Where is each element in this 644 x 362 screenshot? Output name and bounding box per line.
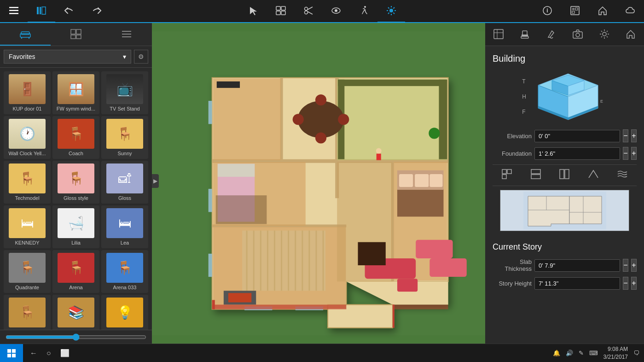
view-icon-3[interactable] (559, 169, 570, 182)
slab-label: Slab Thickness (493, 258, 532, 272)
svg-rect-69 (429, 258, 466, 277)
item-kup-door[interactable]: 🚪KUP door 01 (4, 71, 51, 114)
svg-point-64 (315, 94, 326, 105)
undo-button[interactable] (55, 0, 83, 23)
item-thumb-gloss: 🛋 (106, 163, 143, 193)
menu-button[interactable] (0, 0, 28, 23)
slab-decrease-button[interactable]: − (623, 259, 628, 272)
item-tv-stand[interactable]: 📺TV Set Stand (101, 71, 148, 114)
item-lamp[interactable]: 💡 (101, 295, 148, 330)
svg-text:i: i (546, 7, 548, 14)
back-button[interactable]: ← (30, 349, 37, 357)
story-increase-button[interactable]: + (631, 277, 637, 290)
item-coach[interactable]: 🪑Coach (52, 116, 99, 159)
svg-line-13 (307, 12, 313, 14)
view-icon-4[interactable] (588, 169, 599, 182)
svg-rect-71 (397, 279, 418, 292)
tab-list[interactable] (101, 23, 152, 46)
item-sunny[interactable]: 🪑Sunny (101, 116, 148, 159)
item-gloss-style[interactable]: 🪑Gloss style (52, 161, 99, 204)
group-button[interactable] (267, 0, 295, 23)
item-lea[interactable]: 🛏Lea (101, 205, 148, 248)
paint-tool-button[interactable] (538, 23, 565, 46)
info-button[interactable]: i (534, 0, 561, 23)
item-kennedy[interactable]: 🛏KENNEDY (4, 205, 51, 248)
home-top-button[interactable] (589, 0, 616, 23)
item-wall-clock[interactable]: 🕐Wall Clock Yell... (4, 116, 51, 159)
favorites-settings-button[interactable]: ⚙ (134, 50, 148, 64)
select-button[interactable] (239, 0, 267, 23)
item-chair2[interactable]: 🪑 (4, 295, 51, 330)
svg-point-86 (429, 128, 440, 139)
cloud-button[interactable] (616, 0, 644, 23)
foundation-decrease-button[interactable]: − (623, 147, 628, 160)
item-arena[interactable]: 🪑Arena (52, 250, 99, 293)
taskbar-action-center[interactable]: 🗨 (633, 350, 639, 356)
item-thumb-arena033: 🪑 (106, 253, 143, 283)
item-label-fw-wind: FW symm wind... (57, 106, 95, 111)
svg-rect-9 (281, 11, 285, 15)
taskbar-volume-icon[interactable]: 🔊 (566, 350, 573, 356)
item-lilia[interactable]: 🛁Lilia (52, 205, 99, 248)
item-fw-wind[interactable]: 🪟FW symm wind... (52, 71, 99, 114)
svg-line-123 (601, 36, 602, 37)
foundation-input[interactable] (534, 147, 620, 160)
foundation-increase-button[interactable]: + (631, 147, 637, 160)
elevation-input[interactable] (534, 130, 620, 142)
stamp-tool-button[interactable] (512, 23, 539, 46)
floor-plan-thumbnail[interactable] (500, 190, 629, 231)
item-arena033[interactable]: 🪑Arena 033 (101, 250, 148, 293)
view-icon-5[interactable] (617, 169, 628, 182)
elevation-decrease-button[interactable]: − (623, 129, 628, 142)
start-button[interactable] (0, 344, 23, 362)
item-label-kennedy: KENNEDY (15, 240, 39, 245)
item-gloss[interactable]: 🛋Gloss (101, 161, 148, 204)
story-input[interactable] (534, 277, 620, 290)
camera-tool-button[interactable] (565, 23, 592, 46)
svg-rect-1 (9, 10, 18, 12)
view-button[interactable] (322, 0, 350, 23)
item-thumb-sunny: 🪑 (106, 119, 143, 149)
view-icon-1[interactable] (501, 169, 512, 182)
svg-rect-149 (12, 354, 16, 357)
tab-materials[interactable] (51, 23, 101, 46)
tab-furniture[interactable] (0, 23, 51, 46)
windows-button[interactable]: ⬜ (60, 349, 70, 357)
taskbar-notification-icon[interactable]: 🔔 (553, 350, 560, 356)
sun-button[interactable] (377, 0, 405, 23)
svg-line-122 (607, 31, 608, 32)
svg-rect-29 (572, 8, 574, 10)
search-button[interactable]: ○ (46, 349, 51, 357)
sun-right-button[interactable] (591, 23, 618, 46)
build-tool-button[interactable] (485, 23, 512, 46)
label-f: F (522, 109, 526, 115)
view-icon-2[interactable] (530, 169, 541, 182)
item-bookcase[interactable]: 📚 (52, 295, 99, 330)
taskbar-keyboard-icon[interactable]: ⌨ (589, 350, 598, 356)
slab-increase-button[interactable]: + (631, 259, 637, 272)
main-canvas[interactable] (152, 23, 485, 344)
item-quadrante[interactable]: 🪑Quadrante (4, 250, 51, 293)
elevation-increase-button[interactable]: + (631, 129, 637, 142)
slab-input[interactable] (534, 259, 620, 272)
item-techmodel[interactable]: 🪑Techmodel (4, 161, 51, 204)
item-label-gloss: Gloss (118, 195, 131, 201)
item-thumb-quadrante: 🪑 (9, 253, 46, 283)
size-slider[interactable] (6, 333, 146, 341)
svg-rect-0 (9, 7, 18, 8)
expand-arrow[interactable]: ▶ (152, 174, 159, 188)
redo-button[interactable] (83, 0, 110, 23)
taskbar-network-icon[interactable]: ✎ (579, 350, 584, 356)
favorites-dropdown[interactable]: Favorites ▾ (4, 50, 131, 64)
svg-rect-60 (338, 80, 447, 86)
svg-marker-140 (528, 196, 569, 226)
story-decrease-button[interactable]: − (623, 277, 628, 290)
export-button[interactable] (561, 0, 589, 23)
svg-point-15 (335, 9, 337, 12)
taskbar: ← ○ ⬜ 🔔 🔊 ✎ ⌨ 9:08 AM 3/21/2017 🗨 (0, 344, 644, 362)
home-right-button[interactable] (618, 23, 644, 46)
svg-rect-30 (575, 8, 578, 10)
scissors-button[interactable] (295, 0, 322, 23)
walk-button[interactable] (350, 0, 377, 23)
library-button[interactable] (28, 0, 55, 23)
